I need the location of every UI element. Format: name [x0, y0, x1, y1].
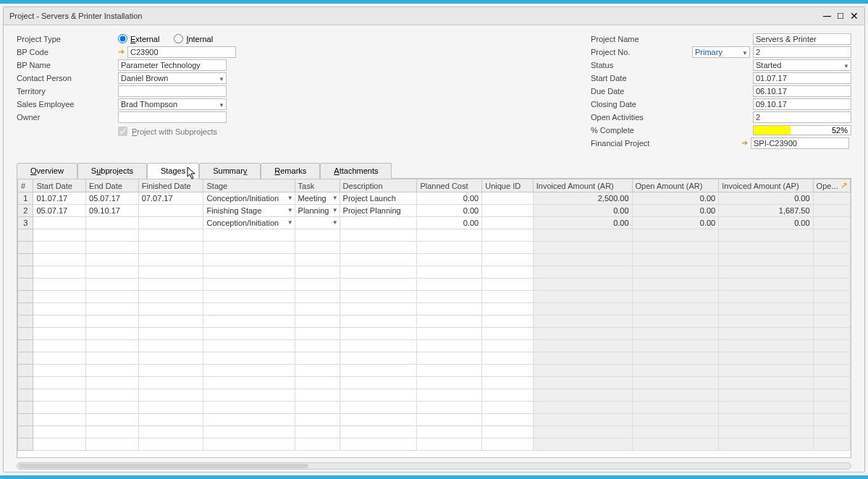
table-row[interactable]: [18, 352, 851, 365]
pct-complete-label: % Complete: [591, 126, 692, 135]
col-open-ar[interactable]: Open Amount (AR): [632, 179, 719, 192]
titlebar: Project - Servers & Printer Installation…: [4, 7, 864, 25]
grid-header-row: # Start Date End Date Finished Date Stag…: [18, 179, 851, 192]
tab-overview[interactable]: Overview: [17, 163, 77, 179]
table-row[interactable]: [18, 340, 851, 352]
col-unique-id[interactable]: Unique ID: [482, 179, 534, 192]
closing-date-label: Closing Date: [591, 100, 692, 109]
internal-label: nternal: [188, 35, 213, 43]
col-finished-date[interactable]: Finished Date: [138, 179, 203, 192]
contact-person-field[interactable]: Daniel Brown: [118, 72, 227, 84]
col-description[interactable]: Description: [340, 179, 417, 192]
project-name-label: Project Name: [591, 35, 692, 43]
bp-code-label: BP Code: [17, 48, 118, 56]
table-row[interactable]: [18, 254, 851, 266]
territory-label: Territory: [17, 87, 118, 96]
tab-remarks[interactable]: Remarks: [261, 163, 320, 179]
link-arrow-icon[interactable]: ➜: [118, 47, 125, 56]
start-date-field[interactable]: 01.07.17: [753, 72, 851, 84]
due-date-label: Due Date: [591, 87, 692, 96]
financial-project-label: Financial Project: [591, 139, 692, 148]
owner-label: Owner: [17, 113, 118, 122]
progress-bar: [753, 125, 791, 135]
project-type-label: Project Type: [17, 35, 118, 43]
table-row[interactable]: [18, 365, 851, 377]
project-no-type-field[interactable]: Primary: [692, 46, 750, 58]
sales-employee-field[interactable]: Brad Thompson: [118, 98, 227, 110]
status-label: Status: [591, 61, 692, 69]
close-icon[interactable]: ✕: [850, 10, 859, 22]
table-row[interactable]: [18, 438, 851, 451]
link-arrow-icon[interactable]: ➜: [741, 138, 748, 148]
bp-name-label: BP Name: [17, 61, 118, 69]
minimize-icon[interactable]: —: [823, 12, 831, 20]
table-row[interactable]: [18, 279, 851, 291]
project-with-subprojects-row: Project with Subprojects: [118, 127, 236, 136]
table-row[interactable]: [18, 414, 851, 426]
contact-person-label: Contact Person: [17, 74, 118, 82]
table-row[interactable]: [18, 315, 851, 328]
project-no-field[interactable]: 2: [753, 46, 851, 58]
project-with-subprojects-checkbox[interactable]: [118, 127, 127, 136]
tab-stages[interactable]: Stages: [147, 163, 199, 179]
status-field[interactable]: Started: [753, 59, 851, 71]
stages-grid: ↗ # Start Date End Date Finished Date: [17, 179, 851, 458]
tab-attachments[interactable]: Attachments: [320, 163, 392, 179]
table-row[interactable]: 205.07.1709.10.17Finishing StagePlanning…: [18, 205, 851, 217]
pct-complete-field: 52%: [753, 125, 851, 135]
col-invoiced-ar[interactable]: Invoiced Amount (AR): [533, 179, 632, 192]
financial-project-field[interactable]: SPI-C23900: [751, 137, 849, 149]
territory-field[interactable]: [118, 85, 227, 97]
table-row[interactable]: 101.07.1705.07.1707.07.17Conception/Init…: [18, 192, 851, 205]
col-invoiced-ap[interactable]: Invoiced Amount (AP): [719, 179, 813, 192]
right-form: Project Name Servers & Printer Installat…: [591, 33, 851, 149]
col-end-date[interactable]: End Date: [86, 179, 139, 192]
closing-date-field[interactable]: 09.10.17: [753, 98, 851, 110]
project-window: Project - Servers & Printer Installation…: [3, 7, 865, 472]
table-row[interactable]: [18, 242, 851, 254]
tab-bar: Overview Subprojects Stages Summary Rema…: [17, 162, 851, 179]
table-row[interactable]: [18, 389, 851, 402]
table-row[interactable]: [18, 402, 851, 414]
table-row[interactable]: [18, 229, 851, 242]
table-row[interactable]: [18, 291, 851, 303]
expand-icon[interactable]: ↗: [840, 180, 848, 190]
project-with-subprojects-label: Project with Subprojects: [132, 127, 217, 136]
bp-code-field[interactable]: C23900: [127, 46, 236, 58]
table-row[interactable]: [18, 266, 851, 279]
table-row[interactable]: [18, 328, 851, 340]
pct-complete-value: 52%: [791, 125, 851, 135]
due-date-field[interactable]: 06.10.17: [753, 85, 851, 97]
table-row[interactable]: [18, 303, 851, 315]
maximize-icon[interactable]: ☐: [837, 12, 844, 21]
open-activities-field[interactable]: 2: [753, 111, 851, 123]
window-title: Project - Servers & Printer Installation: [9, 12, 142, 20]
col-num[interactable]: #: [18, 179, 33, 192]
tab-summary[interactable]: Summary: [199, 163, 261, 179]
bp-name-field[interactable]: Parameter Technology: [118, 59, 227, 71]
col-planned-cost[interactable]: Planned Cost: [417, 179, 482, 192]
project-name-field[interactable]: Servers & Printer Installatio: [753, 33, 851, 45]
horizontal-scrollbar[interactable]: [17, 462, 851, 470]
open-activities-label: Open Activities: [591, 113, 692, 122]
sales-employee-label: Sales Employee: [17, 100, 118, 109]
owner-field[interactable]: [118, 111, 227, 123]
table-row[interactable]: 3Conception/Initiation0.000.000.000.00: [18, 217, 851, 229]
external-radio[interactable]: External: [118, 34, 159, 43]
left-form: Project Type External Internal BP Code ➜…: [17, 33, 236, 149]
table-row[interactable]: [18, 377, 851, 389]
table-row[interactable]: [18, 426, 851, 438]
external-label: xternal: [135, 35, 159, 43]
start-date-label: Start Date: [591, 74, 692, 82]
internal-radio[interactable]: Internal: [174, 34, 213, 43]
col-start-date[interactable]: Start Date: [33, 179, 86, 192]
col-task[interactable]: Task: [295, 179, 340, 192]
col-stage[interactable]: Stage: [203, 179, 295, 192]
project-no-label: Project No.: [591, 48, 692, 56]
tab-subprojects[interactable]: Subprojects: [77, 163, 147, 179]
